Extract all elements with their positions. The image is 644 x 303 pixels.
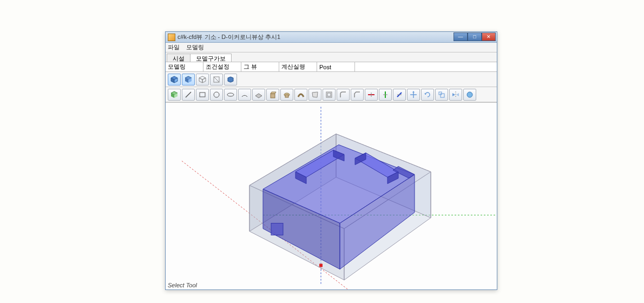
loft-icon[interactable]	[308, 89, 321, 101]
line-icon[interactable]	[182, 89, 195, 101]
svg-rect-20	[271, 94, 275, 98]
ellipse-icon[interactable]	[224, 89, 237, 101]
close-button[interactable]: ✕	[482, 32, 496, 41]
arc-icon[interactable]	[238, 89, 251, 101]
axis-z-icon[interactable]	[393, 89, 406, 101]
toolbar-modeling	[166, 87, 497, 102]
tab-facility[interactable]: 시설	[167, 54, 190, 62]
cube-icon[interactable]	[168, 89, 181, 101]
svg-rect-23	[285, 95, 288, 97]
render-icon[interactable]	[463, 89, 476, 101]
main-tab-bar: 시설 모델구가보	[166, 52, 497, 62]
svg-marker-38	[452, 93, 455, 96]
menu-modeling[interactable]: 모델링	[186, 43, 204, 51]
app-icon	[168, 34, 175, 41]
minimize-button[interactable]: —	[454, 32, 468, 41]
subtab-view[interactable]: 그 뷰	[241, 62, 279, 71]
svg-rect-57	[319, 264, 323, 267]
rect-icon[interactable]	[196, 89, 209, 101]
chamfer-icon[interactable]	[351, 89, 364, 101]
svg-point-17	[214, 92, 219, 97]
svg-marker-8	[202, 78, 206, 83]
status-text: Select Tool	[168, 282, 197, 288]
revolve-icon[interactable]	[280, 89, 293, 101]
svg-marker-21	[271, 92, 276, 94]
svg-line-15	[186, 92, 191, 97]
svg-marker-33	[412, 91, 415, 93]
svg-marker-24	[312, 92, 318, 97]
svg-point-40	[467, 92, 472, 97]
model-box[interactable]	[249, 134, 431, 280]
svg-point-18	[227, 93, 234, 96]
3d-viewport[interactable]: Select Tool	[166, 102, 497, 289]
sweep-icon[interactable]	[294, 89, 307, 101]
circle-icon[interactable]	[210, 89, 223, 101]
view-hidden-icon[interactable]	[210, 74, 223, 85]
subtab-conditions[interactable]: 조건설정	[203, 62, 241, 71]
axis-x-icon[interactable]	[365, 89, 378, 101]
menu-bar: 파일 모델링	[166, 43, 497, 52]
move-icon[interactable]	[407, 89, 420, 101]
extrude-icon[interactable]	[266, 89, 279, 101]
mirror-icon[interactable]	[449, 89, 462, 101]
svg-rect-16	[200, 93, 205, 97]
svg-rect-36	[441, 94, 444, 97]
window-controls: — □ ✕	[454, 32, 496, 41]
scale-icon[interactable]	[435, 89, 448, 101]
svg-marker-6	[199, 76, 206, 80]
title-bar[interactable]: c#k-cfd뷰 기소 - D-이커로니뷰상 추시1 — □ ✕	[166, 32, 497, 43]
subtab-post[interactable]: Post	[317, 62, 355, 71]
view-box-icon[interactable]	[224, 74, 237, 85]
svg-marker-39	[456, 93, 459, 96]
svg-marker-19	[255, 94, 262, 98]
svg-rect-26	[327, 93, 331, 96]
surface-icon[interactable]	[252, 89, 265, 101]
maximize-button[interactable]: □	[468, 32, 482, 41]
tab-model-structure[interactable]: 모델구가보	[190, 54, 232, 62]
view-wire-icon[interactable]	[196, 74, 209, 85]
view-iso-icon[interactable]	[168, 74, 181, 85]
svg-marker-11	[228, 77, 233, 82]
window-title: c#k-cfd뷰 기소 - D-이커로니뷰상 추시1	[178, 33, 495, 41]
toolbar-view-modes	[166, 72, 497, 87]
sub-tab-bar: 모델링 조건설정 그 뷰 계산실행 Post	[166, 62, 497, 72]
subtab-modeling[interactable]: 모델링	[166, 62, 203, 71]
subtab-run[interactable]: 계산실행	[279, 62, 317, 71]
axis-y-icon[interactable]	[379, 89, 392, 101]
svg-rect-51	[271, 223, 283, 235]
application-window: c#k-cfd뷰 기소 - D-이커로니뷰상 추시1 — □ ✕ 파일 모델링 …	[165, 31, 497, 290]
rotate-icon[interactable]	[421, 89, 434, 101]
svg-marker-7	[199, 78, 202, 83]
menu-file[interactable]: 파일	[168, 43, 180, 51]
fillet-icon[interactable]	[337, 89, 350, 101]
view-shaded-icon[interactable]	[182, 74, 195, 85]
shell-icon[interactable]	[323, 89, 336, 101]
svg-line-10	[214, 77, 219, 82]
